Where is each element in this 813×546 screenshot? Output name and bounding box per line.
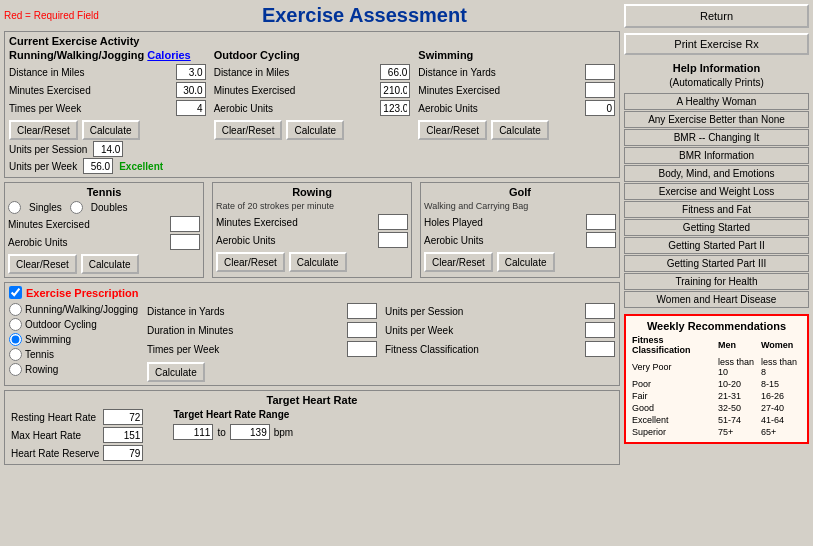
presc-units-session-input[interactable] bbox=[585, 303, 615, 319]
units-per-session-input[interactable] bbox=[93, 141, 123, 157]
help-btn-4[interactable]: Body, Mind, and Emotions bbox=[624, 165, 809, 182]
cycling-minutes-label: Minutes Exercised bbox=[214, 85, 296, 96]
rec-men-4: 51-74 bbox=[716, 414, 759, 426]
calories-link[interactable]: Calories bbox=[147, 49, 190, 61]
weekly-rec-box: Weekly Recommendations Fitness Classific… bbox=[624, 314, 809, 444]
rowing-minutes-label: Minutes Exercised bbox=[216, 217, 298, 228]
tennis-header: Tennis bbox=[8, 186, 200, 198]
rec-col-women: Women bbox=[759, 334, 803, 356]
help-btn-10[interactable]: Training for Health bbox=[624, 273, 809, 290]
presc-duration-input[interactable] bbox=[347, 322, 377, 338]
return-button[interactable]: Return bbox=[624, 4, 809, 28]
help-btn-8[interactable]: Getting Started Part II bbox=[624, 237, 809, 254]
rowing-clear-btn[interactable]: Clear/Reset bbox=[216, 252, 285, 272]
units-per-week-input[interactable] bbox=[83, 158, 113, 174]
weekly-rec-row: Fair 21-31 16-26 bbox=[630, 390, 803, 402]
running-clear-btn[interactable]: Clear/Reset bbox=[9, 120, 78, 140]
presc-running-radio[interactable] bbox=[9, 303, 22, 316]
rec-men-2: 21-31 bbox=[716, 390, 759, 402]
rec-fitness-1: Poor bbox=[630, 378, 716, 390]
hr-reserve-input[interactable] bbox=[103, 445, 143, 461]
rec-men-5: 75+ bbox=[716, 426, 759, 438]
units-status: Excellent bbox=[119, 161, 163, 172]
swimming-minutes-input[interactable] bbox=[585, 82, 615, 98]
hr-range-high-input[interactable] bbox=[230, 424, 270, 440]
running-calc-btn[interactable]: Calculate bbox=[82, 120, 140, 140]
tennis-calc-btn[interactable]: Calculate bbox=[81, 254, 139, 274]
rec-women-2: 16-26 bbox=[759, 390, 803, 402]
tennis-clear-btn[interactable]: Clear/Reset bbox=[8, 254, 77, 274]
help-btn-3[interactable]: BMR Information bbox=[624, 147, 809, 164]
rowing-calc-btn[interactable]: Calculate bbox=[289, 252, 347, 272]
running-distance-input[interactable] bbox=[176, 64, 206, 80]
presc-tennis-radio[interactable] bbox=[9, 348, 22, 361]
swimming-aerobic-input[interactable] bbox=[585, 100, 615, 116]
help-btn-9[interactable]: Getting Started Part III bbox=[624, 255, 809, 272]
tennis-minutes-input[interactable] bbox=[170, 216, 200, 232]
required-field-label: Red = Required Field bbox=[4, 10, 99, 21]
help-btn-0[interactable]: A Healthy Woman bbox=[624, 93, 809, 110]
tennis-aerobic-input[interactable] bbox=[170, 234, 200, 250]
hr-range-unit: bpm bbox=[274, 427, 293, 438]
presc-units-week-input[interactable] bbox=[585, 322, 615, 338]
hr-range-to: to bbox=[217, 427, 225, 438]
rec-col-fitness: Fitness Classification bbox=[630, 334, 716, 356]
running-header: Running/Walking/Jogging Calories bbox=[9, 49, 206, 61]
tennis-aerobic-label: Aerobic Units bbox=[8, 237, 67, 248]
presc-distance-input[interactable] bbox=[347, 303, 377, 319]
presc-tennis-label: Tennis bbox=[25, 349, 54, 360]
cycling-minutes-input[interactable] bbox=[380, 82, 410, 98]
swimming-distance-input[interactable] bbox=[585, 64, 615, 80]
weekly-rec-row: Good 32-50 27-40 bbox=[630, 402, 803, 414]
max-hr-label: Max Heart Rate bbox=[11, 430, 81, 441]
golf-aerobic-label: Aerobic Units bbox=[424, 235, 483, 246]
cycling-aerobic-input[interactable] bbox=[380, 100, 410, 116]
rec-fitness-2: Fair bbox=[630, 390, 716, 402]
help-btn-6[interactable]: Fitness and Fat bbox=[624, 201, 809, 218]
presc-fitness-input[interactable] bbox=[585, 341, 615, 357]
prescription-checkbox[interactable] bbox=[9, 286, 22, 299]
rowing-minutes-input[interactable] bbox=[378, 214, 408, 230]
golf-clear-btn[interactable]: Clear/Reset bbox=[424, 252, 493, 272]
help-btn-2[interactable]: BMR -- Changing It bbox=[624, 129, 809, 146]
resting-hr-input[interactable] bbox=[103, 409, 143, 425]
cycling-clear-btn[interactable]: Clear/Reset bbox=[214, 120, 283, 140]
rowing-aerobic-input[interactable] bbox=[378, 232, 408, 248]
swimming-clear-btn[interactable]: Clear/Reset bbox=[418, 120, 487, 140]
presc-times-input[interactable] bbox=[347, 341, 377, 357]
tennis-doubles-radio[interactable] bbox=[70, 201, 83, 214]
help-btn-11[interactable]: Women and Heart Disease bbox=[624, 291, 809, 308]
presc-fitness-label: Fitness Classification bbox=[385, 344, 479, 355]
cycling-header: Outdoor Cycling bbox=[214, 49, 411, 61]
presc-rowing-radio[interactable] bbox=[9, 363, 22, 376]
swimming-calc-btn[interactable]: Calculate bbox=[491, 120, 549, 140]
running-minutes-label: Minutes Exercised bbox=[9, 85, 91, 96]
max-hr-input[interactable] bbox=[103, 427, 143, 443]
hr-range-label: Target Heart Rate Range bbox=[173, 409, 293, 420]
cycling-calc-btn[interactable]: Calculate bbox=[286, 120, 344, 140]
help-btn-5[interactable]: Exercise and Weight Loss bbox=[624, 183, 809, 200]
rec-women-3: 27-40 bbox=[759, 402, 803, 414]
golf-calc-btn[interactable]: Calculate bbox=[497, 252, 555, 272]
presc-distance-label: Distance in Yards bbox=[147, 306, 224, 317]
running-times-input[interactable] bbox=[176, 100, 206, 116]
tennis-singles-radio[interactable] bbox=[8, 201, 21, 214]
golf-header: Golf bbox=[424, 186, 616, 198]
weekly-rec-table: Fitness Classification Men Women Very Po… bbox=[630, 334, 803, 438]
hr-range-low-input[interactable] bbox=[173, 424, 213, 440]
rec-fitness-4: Excellent bbox=[630, 414, 716, 426]
presc-calc-btn[interactable]: Calculate bbox=[147, 362, 205, 382]
cycling-distance-input[interactable] bbox=[380, 64, 410, 80]
help-header: Help Information bbox=[624, 62, 809, 74]
golf-holes-input[interactable] bbox=[586, 214, 616, 230]
prescription-label: Exercise Prescription bbox=[26, 287, 139, 299]
presc-swimming-radio[interactable] bbox=[9, 333, 22, 346]
running-minutes-input[interactable] bbox=[176, 82, 206, 98]
help-btn-1[interactable]: Any Exercise Better than None bbox=[624, 111, 809, 128]
print-btn[interactable]: Print Exercise Rx bbox=[624, 33, 809, 55]
current-activity-header: Current Exercise Activity bbox=[9, 35, 615, 47]
help-btn-7[interactable]: Getting Started bbox=[624, 219, 809, 236]
presc-swimming-label: Swimming bbox=[25, 334, 71, 345]
golf-aerobic-input[interactable] bbox=[586, 232, 616, 248]
presc-cycling-radio[interactable] bbox=[9, 318, 22, 331]
